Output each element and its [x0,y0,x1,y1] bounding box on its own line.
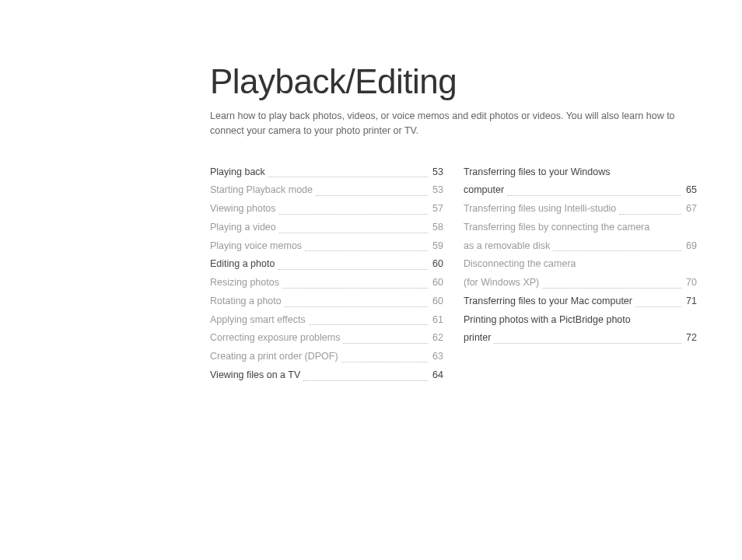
page-title: Playback/Editing [210,62,708,101]
toc-leader-dots [305,250,428,251]
toc-leader-dots [619,214,681,215]
toc-label: Viewing files on a TV [210,366,300,385]
toc-page-number: 69 [686,237,697,256]
toc-leader-dots [542,288,681,289]
toc-label: Playing a video [210,219,276,237]
toc-label-line1: Transferring files by connecting the cam… [464,219,697,237]
toc-page-number: 59 [432,237,443,256]
toc-entry[interactable]: Viewing photos57 [210,200,443,219]
toc-entry[interactable]: Editing a photo60 [210,255,443,274]
toc-entry[interactable]: Rotating a photo60 [210,292,443,311]
toc-entry[interactable]: Starting Playback mode53 [210,181,443,200]
toc-leader-dots [279,214,429,215]
toc-page-number: 58 [432,219,443,237]
toc-page-number: 60 [432,292,443,311]
toc-label-line2: (for Windows XP) [464,274,539,292]
toc-label: Playing back [210,163,265,182]
toc-columns: Playing back53Starting Playback mode53Vi… [210,163,708,385]
toc-leader-dots [282,288,428,289]
toc-leader-dots [278,269,428,270]
toc-label: Playing voice memos [210,237,302,256]
toc-leader-dots [341,362,428,362]
toc-page-number: 60 [432,274,443,292]
toc-page-number: 65 [686,181,697,200]
toc-entry[interactable]: Correcting exposure problems62 [210,329,443,348]
toc-entry[interactable]: Viewing files on a TV64 [210,366,443,385]
toc-entry[interactable]: Transferring files by connecting the cam… [464,219,697,256]
toc-column-left: Playing back53Starting Playback mode53Vi… [210,163,443,385]
content-area: Playback/Editing Learn how to play back … [210,62,708,385]
toc-leader-dots [279,233,428,233]
toc-entry[interactable]: Playing voice memos59 [210,237,443,256]
toc-entry[interactable]: Printing photos with a PictBridge photop… [464,311,697,348]
toc-label: Applying smart effects [210,311,306,330]
toc-entry[interactable]: Creating a print order (DPOF)63 [210,348,443,366]
toc-entry[interactable]: Transferring files using Intelli-studio6… [464,200,697,219]
toc-leader-dots [316,195,428,196]
toc-entry[interactable]: Transferring files to your Windowscomput… [464,163,697,201]
toc-leader-dots [553,250,681,251]
toc-label-line2: computer [464,181,504,200]
toc-leader-dots [494,343,681,344]
toc-label-line2: as a removable disk [464,237,550,256]
toc-page-number: 71 [686,292,697,311]
toc-entry[interactable]: Transferring files to your Mac computer7… [464,292,697,311]
toc-leader-dots [309,324,428,325]
toc-label-line2: printer [464,329,491,348]
toc-label: Creating a print order (DPOF) [210,348,338,366]
toc-page-number: 60 [432,255,443,274]
toc-label: Editing a photo [210,255,275,274]
toc-leader-dots [635,306,681,307]
toc-label: Viewing photos [210,200,276,219]
toc-page-number: 70 [686,274,697,292]
toc-page-number: 63 [432,348,443,366]
toc-leader-dots [285,306,428,307]
toc-page-number: 53 [432,181,443,200]
intro-text: Learn how to play back photos, videos, o… [210,109,692,138]
toc-entry[interactable]: Playing back53 [210,163,443,182]
toc-page-number: 67 [686,200,697,219]
toc-leader-dots [303,380,428,381]
toc-entry[interactable]: Playing a video58 [210,219,443,237]
toc-page-number: 72 [686,329,697,348]
toc-column-right: Transferring files to your Windowscomput… [464,163,697,385]
toc-page-number: 53 [432,163,443,182]
toc-label: Rotating a photo [210,292,282,311]
toc-label: Starting Playback mode [210,181,313,200]
toc-label-line1: Transferring files to your Windows [464,163,697,182]
toc-leader-dots [507,195,681,196]
toc-label-line1: Disconnecting the camera [464,255,697,274]
toc-label: Transferring files to your Mac computer [464,292,632,311]
toc-page-number: 57 [432,200,443,219]
toc-label-line1: Printing photos with a PictBridge photo [464,311,697,330]
toc-label: Transferring files using Intelli-studio [464,200,616,219]
toc-leader-dots [343,343,428,344]
toc-label: Correcting exposure problems [210,329,340,348]
toc-page-number: 64 [432,366,443,385]
toc-entry[interactable]: Resizing photos60 [210,274,443,292]
toc-entry[interactable]: Disconnecting the camera(for Windows XP)… [464,255,697,292]
toc-page-number: 61 [432,311,443,330]
toc-leader-dots [268,177,428,177]
toc-label: Resizing photos [210,274,279,292]
toc-page-number: 62 [432,329,443,348]
toc-entry[interactable]: Applying smart effects61 [210,311,443,330]
